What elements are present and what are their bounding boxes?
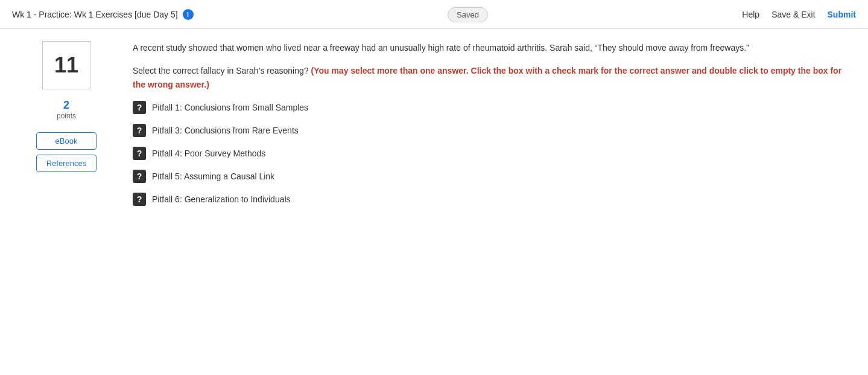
choice-item[interactable]: ?Pitfall 1: Conclusions from Small Sampl… bbox=[133, 101, 856, 114]
choice-item[interactable]: ?Pitfall 3: Conclusions from Rare Events bbox=[133, 124, 856, 137]
question-text-content: A recent study showed that women who liv… bbox=[133, 43, 749, 53]
question-prompt: Select the correct fallacy in Sarah’s re… bbox=[133, 64, 856, 91]
prompt-text: Select the correct fallacy in Sarah’s re… bbox=[133, 66, 309, 75]
choice-checkbox-icon[interactable]: ? bbox=[133, 170, 146, 183]
page-title: Wk 1 - Practice: Wk 1 Exercises [due Day… bbox=[12, 10, 178, 19]
question-number: 11 bbox=[54, 53, 78, 78]
left-panel: 11 2 points eBook References bbox=[12, 41, 121, 206]
saved-badge: Saved bbox=[448, 7, 488, 22]
choice-label: Pitfall 3: Conclusions from Rare Events bbox=[152, 126, 299, 135]
save-exit-link[interactable]: Save & Exit bbox=[771, 10, 815, 19]
choice-item[interactable]: ?Pitfall 4: Poor Survey Methods bbox=[133, 147, 856, 160]
choice-checkbox-icon[interactable]: ? bbox=[133, 193, 146, 206]
submit-button[interactable]: Submit bbox=[828, 10, 856, 19]
header-left: Wk 1 - Practice: Wk 1 Exercises [due Day… bbox=[12, 9, 194, 20]
question-number-box: 11 bbox=[42, 41, 90, 89]
points-value: 2 bbox=[57, 99, 76, 112]
choice-label: Pitfall 1: Conclusions from Small Sample… bbox=[152, 103, 308, 112]
choices-list: ?Pitfall 1: Conclusions from Small Sampl… bbox=[133, 101, 856, 206]
help-link[interactable]: Help bbox=[742, 10, 759, 19]
points-label: points bbox=[57, 112, 76, 120]
header: Wk 1 - Practice: Wk 1 Exercises [due Day… bbox=[0, 0, 868, 29]
choice-label: Pitfall 5: Assuming a Causal Link bbox=[152, 171, 274, 181]
header-right: Help Save & Exit Submit bbox=[742, 10, 856, 19]
choice-item[interactable]: ?Pitfall 6: Generalization to Individual… bbox=[133, 193, 856, 206]
choice-checkbox-icon[interactable]: ? bbox=[133, 147, 146, 160]
references-button[interactable]: References bbox=[36, 155, 97, 172]
question-text: A recent study showed that women who liv… bbox=[133, 41, 856, 54]
choice-label: Pitfall 4: Poor Survey Methods bbox=[152, 149, 265, 158]
info-icon[interactable]: i bbox=[183, 9, 194, 20]
saved-status: Saved bbox=[448, 10, 488, 19]
choice-checkbox-icon[interactable]: ? bbox=[133, 101, 146, 114]
points-section: 2 points bbox=[57, 99, 76, 120]
choice-item[interactable]: ?Pitfall 5: Assuming a Causal Link bbox=[133, 170, 856, 183]
choice-checkbox-icon[interactable]: ? bbox=[133, 124, 146, 137]
main-content: 11 2 points eBook References A recent st… bbox=[0, 29, 868, 218]
ebook-button[interactable]: eBook bbox=[36, 132, 97, 150]
right-panel: A recent study showed that women who liv… bbox=[121, 41, 856, 206]
choice-label: Pitfall 6: Generalization to Individuals bbox=[152, 194, 291, 204]
